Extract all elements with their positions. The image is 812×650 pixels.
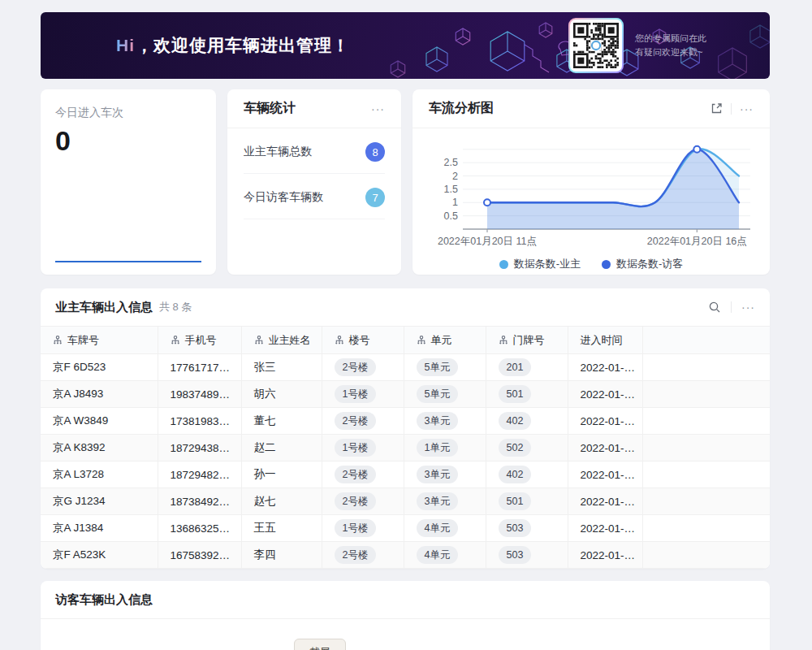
column-header-plate[interactable]: 车牌号 bbox=[41, 327, 158, 354]
cell-name: 胡六 bbox=[241, 381, 322, 408]
legend-item-visitor[interactable]: 数据条数-访客 bbox=[602, 257, 683, 271]
column-header-unit[interactable]: 单元 bbox=[404, 327, 486, 354]
cell-time: 2022-01-… bbox=[568, 488, 642, 515]
traffic-chart-title: 车流分析图 bbox=[429, 100, 494, 117]
column-header-time[interactable]: 进入时间 bbox=[568, 327, 642, 354]
svg-text:2: 2 bbox=[452, 171, 458, 182]
column-label: 进入时间 bbox=[581, 333, 623, 348]
tag-pill: 4单元 bbox=[417, 546, 459, 563]
cell-door: 402 bbox=[486, 462, 568, 488]
cell-name: 李四 bbox=[241, 542, 322, 569]
field-type-icon bbox=[499, 336, 508, 345]
tag-pill: 1号楼 bbox=[335, 385, 377, 402]
cell-building: 1号楼 bbox=[322, 515, 404, 542]
cell-door: 501 bbox=[486, 381, 568, 408]
cell-blank bbox=[642, 435, 770, 462]
cell-time: 2022-01-… bbox=[568, 462, 642, 488]
table-row[interactable]: 京A K839218729438…赵二1号楼1单元5022022-01-… bbox=[41, 435, 770, 462]
qr-code-image bbox=[573, 23, 619, 68]
tag-pill: 1号楼 bbox=[335, 519, 377, 536]
cell-building: 2号楼 bbox=[322, 408, 404, 435]
table-row[interactable]: 京A J138413686325…王五1号楼4单元5032022-01-… bbox=[41, 515, 770, 542]
cell-plate: 京A K8392 bbox=[41, 435, 158, 462]
owner-table-menu-icon[interactable]: ··· bbox=[741, 301, 755, 313]
owner-table-head-row: 车牌号手机号业主姓名楼号单元门牌号进入时间 bbox=[41, 327, 770, 354]
cell-name: 张三 bbox=[241, 354, 322, 381]
cell-unit: 4单元 bbox=[404, 515, 486, 542]
banner-greeting-hi: Hi bbox=[116, 36, 135, 55]
table-row[interactable]: 京A W384917381983…董七2号楼3单元4022022-01-… bbox=[41, 408, 770, 435]
visitor-table-title: 访客车辆出入信息 bbox=[55, 592, 153, 608]
tag-pill: 2号楼 bbox=[335, 492, 377, 509]
table-row[interactable]: 京G J123418738492…赵七2号楼3单元5012022-01-… bbox=[41, 488, 770, 515]
screenshot-button[interactable]: 截屏 bbox=[294, 639, 346, 650]
table-row[interactable]: 京F A523K16758392…李四2号楼4单元5032022-01-… bbox=[41, 542, 770, 569]
owner-vehicle-table-card: 业主车辆出入信息 共 8 条 ··· 车牌号手机号业主姓名楼号单元门牌号进入时间… bbox=[41, 288, 770, 569]
open-in-new-icon[interactable] bbox=[710, 102, 723, 115]
cell-name: 孙一 bbox=[241, 462, 322, 488]
cell-blank bbox=[642, 488, 770, 515]
column-label: 业主姓名 bbox=[269, 333, 311, 348]
vehicle-stats-card: 车辆统计 ··· 业主车辆总数 8 今日访客车辆数 7 bbox=[227, 89, 401, 275]
traffic-chart-menu-icon[interactable]: ··· bbox=[740, 103, 754, 115]
tag-pill: 5单元 bbox=[417, 385, 459, 402]
column-header-door[interactable]: 门牌号 bbox=[486, 327, 568, 354]
column-label: 门牌号 bbox=[513, 333, 545, 348]
legend-label-visitor: 数据条数-访客 bbox=[616, 257, 683, 271]
tag-pill: 402 bbox=[499, 412, 532, 429]
svg-text:2022年01月20日 11点: 2022年01月20日 11点 bbox=[438, 236, 537, 247]
cell-door: 402 bbox=[486, 408, 568, 435]
column-label: 手机号 bbox=[185, 333, 217, 348]
tag-pill: 2号楼 bbox=[335, 412, 377, 429]
table-row[interactable]: 京A L372818729482…孙一2号楼3单元4022022-01-… bbox=[41, 462, 770, 488]
cell-blank bbox=[642, 381, 770, 408]
column-header-name[interactable]: 业主姓名 bbox=[241, 327, 322, 354]
tag-pill: 5单元 bbox=[417, 358, 459, 375]
svg-text:1: 1 bbox=[452, 197, 458, 208]
legend-item-owner[interactable]: 数据条数-业主 bbox=[499, 257, 581, 271]
dashboard-page: Hi ，欢迎使用车辆进出管理！ 您的专属顾问在此 有疑问欢迎来戳~ 今日进入车次… bbox=[0, 0, 812, 650]
stats-item-owner-total: 业主车辆总数 8 bbox=[244, 128, 385, 174]
tag-pill: 503 bbox=[499, 546, 532, 563]
cell-unit: 3单元 bbox=[404, 488, 486, 515]
cell-phone: 16758392… bbox=[158, 542, 241, 569]
field-type-icon bbox=[254, 336, 264, 345]
legend-label-owner: 数据条数-业主 bbox=[514, 257, 581, 271]
cell-building: 2号楼 bbox=[322, 488, 404, 515]
cell-phone: 13686325… bbox=[158, 515, 241, 542]
owner-vehicle-table: 车牌号手机号业主姓名楼号单元门牌号进入时间 京F 6D52317761717…张… bbox=[41, 326, 770, 569]
cell-name: 赵七 bbox=[241, 488, 322, 515]
cell-phone: 17761717… bbox=[158, 354, 241, 381]
cell-name: 董七 bbox=[241, 408, 322, 435]
owner-table-body: 京F 6D52317761717…张三2号楼5单元2012022-01-…京A … bbox=[41, 354, 770, 569]
cell-phone: 19837489… bbox=[158, 381, 241, 408]
tag-pill: 2号楼 bbox=[335, 546, 377, 563]
today-entries-value: 0 bbox=[55, 125, 201, 157]
table-row[interactable]: 京F 6D52317761717…张三2号楼5单元2012022-01-… bbox=[41, 354, 770, 381]
tag-pill: 501 bbox=[499, 492, 532, 509]
column-label: 单元 bbox=[431, 333, 452, 348]
column-label: 车牌号 bbox=[67, 333, 99, 348]
cell-plate: 京A J8493 bbox=[41, 381, 158, 408]
vehicle-stats-menu-icon[interactable]: ··· bbox=[371, 103, 385, 115]
cell-time: 2022-01-… bbox=[568, 542, 642, 569]
cell-plate: 京A J1384 bbox=[41, 515, 158, 542]
svg-text:2.5: 2.5 bbox=[444, 157, 458, 168]
cell-door: 201 bbox=[486, 354, 568, 381]
column-header-phone[interactable]: 手机号 bbox=[158, 327, 241, 354]
cell-unit: 3单元 bbox=[404, 408, 486, 435]
cell-time: 2022-01-… bbox=[568, 515, 642, 542]
field-type-icon bbox=[53, 336, 63, 345]
cell-name: 赵二 bbox=[241, 435, 322, 462]
today-entries-card: 今日进入车次 0 bbox=[41, 89, 216, 275]
cell-unit: 1单元 bbox=[404, 435, 486, 462]
cell-plate: 京F 6D523 bbox=[41, 354, 158, 381]
column-header-building[interactable]: 楼号 bbox=[322, 327, 404, 354]
owner-table-title: 业主车辆出入信息 bbox=[55, 300, 153, 315]
cell-time: 2022-01-… bbox=[568, 381, 642, 408]
table-row[interactable]: 京A J849319837489…胡六1号楼5单元5012022-01-… bbox=[41, 381, 770, 408]
traffic-analysis-card: 车流分析图 ··· 0.511.522.52022年01月20日 11点2022… bbox=[412, 89, 770, 275]
cell-door: 503 bbox=[486, 515, 568, 542]
chart-legend: 数据条数-业主 数据条数-访客 bbox=[424, 257, 758, 271]
search-icon[interactable] bbox=[708, 301, 721, 314]
